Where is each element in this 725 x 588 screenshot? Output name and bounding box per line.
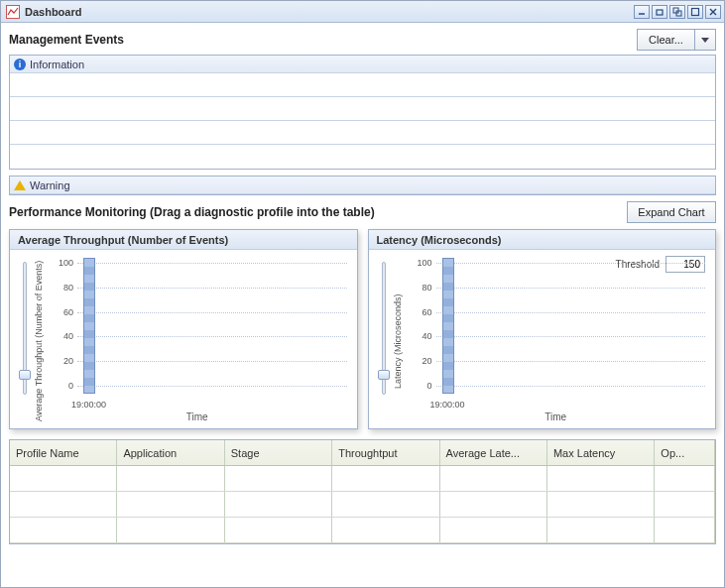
table-row [10, 518, 715, 543]
throughput-title: Average Throughput (Number of Events) [10, 230, 357, 250]
clear-dropdown[interactable] [694, 29, 716, 51]
throughput-body: Average Throughput (Number of Events) 10… [10, 250, 357, 428]
ytick: 80 [409, 283, 432, 293]
ytick: 40 [409, 331, 432, 341]
ytick: 80 [50, 283, 73, 293]
ytick: 40 [50, 331, 73, 341]
bar-strip [83, 258, 95, 394]
table-header: Profile Name Application Stage Throughtp… [10, 440, 715, 466]
restore-button[interactable] [652, 5, 667, 19]
ytick: 100 [409, 258, 432, 268]
clear-button-group: Clear... [637, 29, 716, 51]
info-row [10, 97, 715, 121]
maximize-button[interactable] [687, 5, 703, 19]
latency-slider[interactable] [375, 258, 393, 424]
perf-header-row: Performance Monitoring (Drag a diagnosti… [9, 201, 716, 223]
minimize-button[interactable] [634, 5, 650, 19]
svg-rect-1 [657, 10, 663, 15]
table-body[interactable] [10, 466, 715, 543]
col-profile-name[interactable]: Profile Name [10, 440, 117, 465]
svg-rect-4 [692, 8, 699, 15]
warning-label: Warning [30, 179, 70, 191]
slider-thumb-icon[interactable] [19, 370, 31, 380]
svg-marker-7 [701, 38, 709, 43]
col-op[interactable]: Op... [655, 440, 715, 465]
latency-plot: 100 80 60 40 20 0 [409, 258, 710, 394]
col-application[interactable]: Application [117, 440, 224, 465]
latency-chart: Latency (Microseconds) Threshold Latency… [368, 229, 717, 429]
info-row [10, 145, 715, 169]
latency-title: Latency (Microseconds) [369, 230, 716, 250]
charts-row: Average Throughput (Number of Events) Av… [9, 229, 716, 429]
ytick: 100 [50, 258, 73, 268]
xtick: 19:00:00 [71, 400, 106, 410]
expand-chart-button[interactable]: Expand Chart [627, 201, 716, 223]
slider-thumb-icon[interactable] [378, 370, 390, 380]
warning-panel: Warning [9, 176, 716, 195]
ytick: 20 [50, 356, 73, 366]
ytick: 60 [50, 307, 73, 317]
perf-title: Performance Monitoring (Drag a diagnosti… [9, 205, 627, 219]
management-title: Management Events [9, 33, 637, 47]
dashboard-window: Dashboard Management Events Clear... i I… [0, 0, 725, 588]
ytick: 60 [409, 307, 432, 317]
window-title: Dashboard [25, 6, 634, 18]
ytick: 0 [409, 381, 432, 391]
management-header-row: Management Events Clear... [9, 29, 716, 51]
bar-strip [442, 258, 454, 394]
throughput-slider[interactable] [16, 258, 34, 424]
xtick: 19:00:00 [430, 400, 465, 410]
ytick: 20 [409, 356, 432, 366]
col-throughput[interactable]: Throughtput [332, 440, 439, 465]
information-panel: i Information [9, 55, 716, 170]
titlebar: Dashboard [1, 1, 724, 23]
clear-button[interactable]: Clear... [637, 29, 694, 51]
warning-icon [14, 180, 26, 190]
col-max-latency[interactable]: Max Latency [547, 440, 655, 465]
info-row [10, 73, 715, 97]
throughput-plot: 100 80 60 40 20 0 [50, 258, 351, 394]
col-stage[interactable]: Stage [225, 440, 332, 465]
latency-plot-col: 100 80 60 40 20 0 [403, 258, 710, 424]
info-icon: i [14, 59, 26, 70]
latency-ylabel: Latency (Microseconds) [393, 258, 403, 424]
table-row [10, 492, 715, 518]
profiles-table: Profile Name Application Stage Throughtp… [9, 439, 716, 544]
dashboard-icon [6, 5, 20, 19]
throughput-ylabel: Average Throughput (Number of Events) [34, 258, 44, 424]
close-button[interactable] [705, 5, 721, 19]
ytick: 0 [50, 381, 73, 391]
detach-button[interactable] [669, 5, 685, 19]
information-header: i Information [10, 56, 715, 73]
col-avg-latency[interactable]: Average Late... [440, 440, 547, 465]
content-area: Management Events Clear... i Information… [1, 23, 724, 587]
chevron-down-icon [701, 38, 709, 43]
window-controls [634, 5, 721, 19]
throughput-plot-col: 100 80 60 40 20 0 [44, 258, 351, 424]
information-label: Information [30, 59, 84, 70]
table-row [10, 466, 715, 492]
warning-header: Warning [10, 176, 715, 194]
throughput-chart: Average Throughput (Number of Events) Av… [9, 229, 358, 429]
info-row [10, 121, 715, 145]
latency-body: Threshold Latency (Microseconds) 100 80 … [369, 250, 716, 428]
